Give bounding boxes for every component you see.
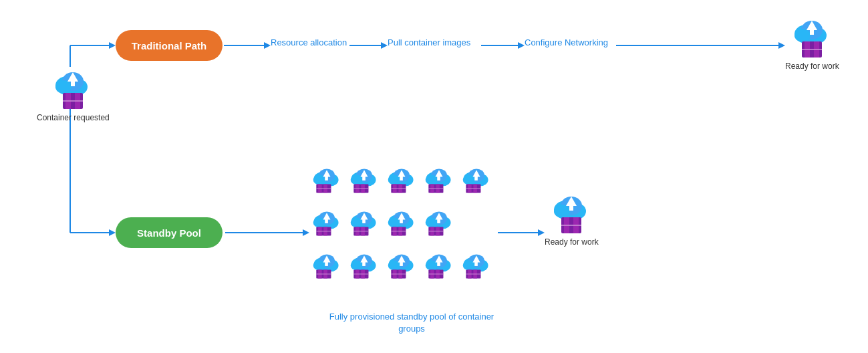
- svg-marker-6: [381, 42, 388, 49]
- svg-rect-43: [325, 176, 328, 181]
- svg-rect-83: [474, 176, 478, 181]
- configure-networking-label: Configure Networking: [525, 37, 608, 47]
- svg-marker-2: [109, 42, 116, 49]
- svg-marker-10: [778, 42, 785, 49]
- grid-icon-5: [459, 164, 494, 204]
- box-icon-top: [799, 40, 825, 59]
- grid-icon-14: [459, 249, 494, 289]
- diagram: { "title": "Container Provisioning Diagr…: [0, 0, 868, 353]
- fully-provisioned-caption: Fully provisioned standby pool of contai…: [318, 311, 505, 335]
- svg-rect-93: [325, 219, 328, 223]
- box-icon-bottom: [559, 216, 584, 235]
- svg-rect-163: [437, 261, 440, 266]
- grid-icon-2: [347, 164, 382, 204]
- svg-rect-33: [810, 28, 814, 35]
- svg-rect-73: [437, 176, 440, 181]
- svg-rect-103: [362, 219, 366, 223]
- grid-icon-4: [422, 164, 456, 204]
- svg-marker-8: [518, 42, 525, 49]
- ready-for-work-bottom-icon: Ready for work: [545, 191, 599, 248]
- svg-marker-13: [109, 229, 116, 236]
- svg-rect-133: [325, 261, 328, 266]
- grid-empty: [459, 207, 491, 247]
- ready-for-work-top-icon: Ready for work: [785, 15, 839, 72]
- svg-rect-63: [400, 176, 403, 181]
- svg-rect-113: [400, 219, 403, 223]
- grid-icon-8: [384, 207, 419, 247]
- resource-allocation-label: Resource allocation: [271, 37, 347, 47]
- svg-rect-123: [437, 219, 440, 223]
- grid-icon-3: [384, 164, 419, 204]
- container-requested-icon: Container requested: [37, 67, 110, 124]
- standby-pool-button[interactable]: Standby Pool: [116, 217, 223, 248]
- grid-icon-9: [422, 207, 456, 247]
- ready-for-work-top-label: Ready for work: [785, 62, 839, 72]
- ready-for-work-bottom-label: Ready for work: [545, 237, 599, 248]
- grid-icon-10: [309, 249, 344, 289]
- svg-rect-153: [400, 261, 403, 266]
- pull-container-images-label: Pull container images: [388, 37, 470, 47]
- grid-icon-7: [347, 207, 382, 247]
- svg-marker-15: [303, 229, 309, 236]
- container-icon-grid: [309, 164, 494, 289]
- grid-icon-13: [422, 249, 456, 289]
- traditional-path-button[interactable]: Traditional Path: [116, 30, 223, 61]
- svg-rect-183: [569, 204, 573, 211]
- grid-icon-1: [309, 164, 344, 204]
- svg-rect-173: [474, 261, 478, 266]
- svg-rect-23: [71, 80, 75, 86]
- svg-rect-143: [362, 261, 366, 266]
- grid-icon-6: [309, 207, 344, 247]
- svg-marker-4: [264, 42, 271, 49]
- svg-rect-53: [362, 176, 366, 181]
- grid-icon-12: [384, 249, 419, 289]
- grid-icon-11: [347, 249, 382, 289]
- svg-marker-17: [538, 229, 545, 236]
- container-requested-label: Container requested: [37, 113, 110, 124]
- box-icon-requested: [60, 92, 86, 110]
